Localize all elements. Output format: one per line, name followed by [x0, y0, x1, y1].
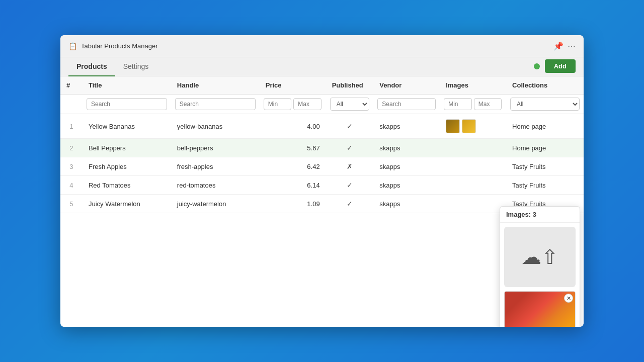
row2-price: 5.67 — [260, 139, 326, 157]
upload-cloud-icon: ☁⇧ — [521, 245, 558, 268]
filter-vendor — [373, 95, 440, 114]
col-header-vendor: Vendor — [373, 76, 440, 95]
tabs-bar: Products Settings Add — [60, 57, 584, 76]
published-check-icon: ✓ — [347, 200, 353, 208]
handle-search-input[interactable] — [175, 98, 256, 110]
row3-price: 6.42 — [260, 157, 326, 176]
app-window: 📋 Tabular Products Manager 📌 ⋯ Products … — [60, 35, 584, 327]
filter-row: All All — [60, 95, 584, 114]
row1-price: 4.00 — [260, 114, 326, 139]
filter-collections: All — [506, 95, 584, 114]
published-check-icon: ✓ — [347, 144, 353, 152]
status-indicator — [534, 63, 540, 69]
table-row: 3 Fresh Apples fresh-apples 6.42 ✗ skapp… — [60, 157, 584, 176]
column-headers: # Title Handle Price Published Vendor Im… — [60, 76, 584, 95]
row4-collections: Tasty Fruits — [506, 176, 584, 195]
row4-title: Red Tomatoes — [83, 176, 171, 195]
images-max-input[interactable] — [474, 98, 502, 110]
more-icon[interactable]: ⋯ — [568, 41, 576, 51]
row4-images — [440, 176, 506, 195]
row3-handle: fresh-apples — [171, 157, 260, 176]
col-header-price: Price — [260, 76, 326, 95]
published-cross-icon: ✗ — [347, 162, 353, 170]
row5-num: 5 — [60, 195, 83, 213]
tabs: Products Settings — [68, 57, 156, 76]
row5-images — [440, 195, 506, 213]
filter-num — [60, 95, 83, 114]
published-check-icon: ✓ — [347, 181, 353, 189]
add-button[interactable]: Add — [545, 59, 576, 73]
published-check-icon: ✓ — [347, 122, 353, 130]
row4-price: 6.14 — [260, 176, 326, 195]
col-header-images: Images — [440, 76, 506, 95]
pin-icon[interactable]: 📌 — [553, 41, 564, 51]
col-header-published: Published — [326, 76, 374, 95]
row5-handle: juicy-watermelon — [171, 195, 260, 213]
titlebar-actions: 📌 ⋯ — [553, 41, 576, 51]
col-header-collections: Collections — [506, 76, 584, 95]
table-container: # Title Handle Price Published Vendor Im… — [60, 76, 584, 327]
image-close-button-1[interactable]: ✕ — [564, 294, 573, 303]
row1-title: Yellow Bananas — [83, 114, 171, 139]
row1-vendor: skapps — [373, 114, 440, 139]
table-row: 4 Red Tomatoes red-tomatoes 6.14 ✓ skapp… — [60, 176, 584, 195]
row4-num: 4 — [60, 176, 83, 195]
published-select[interactable]: All — [330, 98, 370, 111]
row2-handle: bell-peppers — [171, 139, 260, 157]
image-thumb-2[interactable] — [462, 119, 476, 133]
image-thumb-1[interactable] — [446, 119, 460, 133]
row3-title: Fresh Apples — [83, 157, 171, 176]
images-popup-header: Images: 3 — [500, 207, 580, 223]
row5-vendor: skapps — [373, 195, 440, 213]
row4-published: ✓ — [326, 176, 374, 195]
row1-published: ✓ — [326, 114, 374, 139]
row2-published: ✓ — [326, 139, 374, 157]
col-header-title: Title — [83, 76, 171, 95]
row1-images — [440, 114, 506, 139]
row2-images[interactable] — [440, 139, 506, 157]
images-popup: Images: 3 ☁⇧ ✕ ✕ — [500, 206, 580, 327]
titlebar: 📋 Tabular Products Manager 📌 ⋯ — [60, 35, 584, 57]
products-table: # Title Handle Price Published Vendor Im… — [60, 76, 584, 213]
row1-collections: Home page — [506, 114, 584, 139]
tabs-right: Add — [534, 59, 576, 76]
row2-collections: Home page — [506, 139, 584, 157]
row2-vendor: skapps — [373, 139, 440, 157]
row5-published: ✓ — [326, 195, 374, 213]
app-icon: 📋 — [68, 42, 77, 50]
col-header-handle: Handle — [171, 76, 260, 95]
row3-images — [440, 157, 506, 176]
app-title: Tabular Products Manager — [81, 42, 549, 50]
price-max-input[interactable] — [293, 98, 321, 110]
price-min-input[interactable] — [264, 98, 292, 110]
row5-title: Juicy Watermelon — [83, 195, 171, 213]
row1-handle: yellow-bananas — [171, 114, 260, 139]
row3-published: ✗ — [326, 157, 374, 176]
row3-vendor: skapps — [373, 157, 440, 176]
row1-num: 1 — [60, 114, 83, 139]
collections-select[interactable]: All — [510, 98, 580, 111]
filter-handle — [171, 95, 260, 114]
table-row: 2 Bell Peppers bell-peppers 5.67 ✓ skapp… — [60, 139, 584, 157]
title-search-input[interactable] — [87, 98, 167, 110]
tab-products[interactable]: Products — [68, 57, 115, 76]
tab-settings[interactable]: Settings — [115, 57, 157, 76]
filter-images — [440, 95, 506, 114]
row4-vendor: skapps — [373, 176, 440, 195]
row5-price: 1.09 — [260, 195, 326, 213]
image-card-1: ✕ — [504, 291, 576, 327]
filter-published: All — [326, 95, 374, 114]
row2-num: 2 — [60, 139, 83, 157]
table-row: 1 Yellow Bananas yellow-bananas 4.00 ✓ s… — [60, 114, 584, 139]
vendor-search-input[interactable] — [377, 98, 436, 110]
col-header-num: # — [60, 76, 83, 95]
row2-title: Bell Peppers — [83, 139, 171, 157]
filter-price — [260, 95, 326, 114]
filter-title — [83, 95, 171, 114]
row3-collections: Tasty Fruits — [506, 157, 584, 176]
images-min-input[interactable] — [444, 98, 472, 110]
row4-handle: red-tomatoes — [171, 176, 260, 195]
row3-num: 3 — [60, 157, 83, 176]
upload-area[interactable]: ☁⇧ — [504, 227, 576, 287]
